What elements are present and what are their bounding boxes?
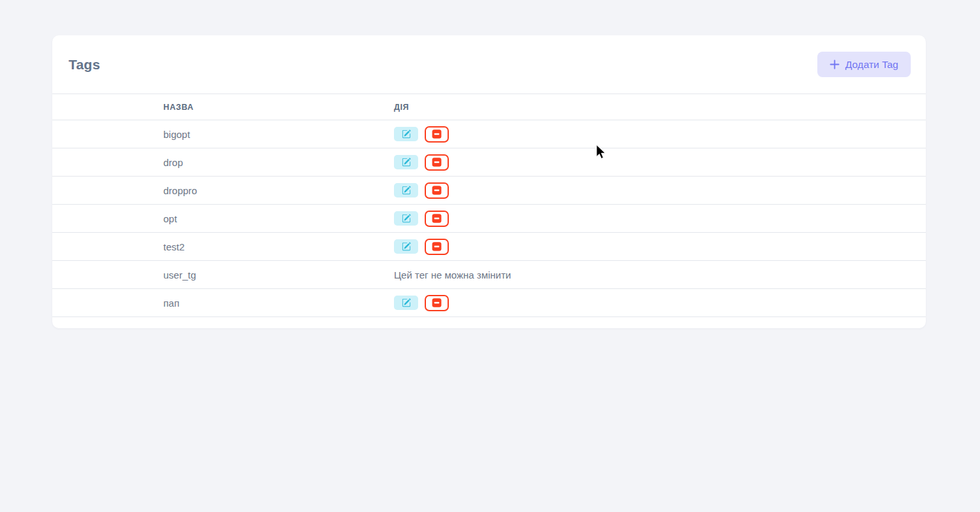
delete-tag-button[interactable] xyxy=(425,211,449,227)
pencil-square-icon xyxy=(402,129,411,139)
spacer-cell xyxy=(52,177,163,205)
table-row: test2 xyxy=(52,233,926,261)
minus-square-icon xyxy=(432,129,442,139)
spacer-cell xyxy=(52,261,163,289)
edit-tag-button[interactable] xyxy=(394,155,418,169)
minus-square-icon xyxy=(432,158,442,167)
pencil-square-icon xyxy=(402,186,411,195)
action-buttons xyxy=(394,126,449,143)
edit-tag-button[interactable] xyxy=(394,183,418,197)
tag-name: пап xyxy=(163,289,394,317)
tag-name: test2 xyxy=(163,233,394,261)
page-background: Tags Додати Tag НАЗВА ДІЯ xyxy=(0,0,980,512)
delete-tag-button[interactable] xyxy=(425,154,449,171)
action-note: Цей тег не можна змінити xyxy=(394,269,511,281)
tag-name: user_tg xyxy=(163,261,394,289)
page-title: Tags xyxy=(69,57,100,73)
table-row: user_tg Цей тег не можна змінити xyxy=(52,261,926,289)
spacer-cell xyxy=(52,289,163,317)
action-cell xyxy=(394,120,926,148)
minus-square-icon xyxy=(432,242,442,251)
tags-card: Tags Додати Tag НАЗВА ДІЯ xyxy=(52,35,926,328)
delete-tag-button[interactable] xyxy=(425,182,449,199)
table-row: droppro xyxy=(52,177,926,205)
column-header-name: НАЗВА xyxy=(163,94,394,120)
tags-table-body: bigopt d xyxy=(52,120,926,317)
spacer-cell xyxy=(52,233,163,261)
action-buttons xyxy=(394,154,449,171)
edit-tag-button[interactable] xyxy=(394,127,418,141)
plus-icon xyxy=(830,60,840,69)
edit-tag-button[interactable] xyxy=(394,239,418,254)
action-cell xyxy=(394,233,926,261)
tag-name: bigopt xyxy=(163,120,394,148)
minus-square-icon xyxy=(432,214,442,223)
minus-square-icon xyxy=(432,298,442,307)
action-cell: Цей тег не можна змінити xyxy=(394,261,926,289)
pencil-square-icon xyxy=(402,214,411,223)
spacer-cell xyxy=(52,120,163,148)
action-cell xyxy=(394,177,926,205)
action-buttons xyxy=(394,211,449,227)
delete-tag-button[interactable] xyxy=(425,126,449,143)
action-cell xyxy=(394,148,926,177)
tag-name: drop xyxy=(163,148,394,177)
edit-tag-button[interactable] xyxy=(394,211,418,226)
pencil-square-icon xyxy=(402,242,411,251)
add-tag-button-label: Додати Tag xyxy=(845,59,898,71)
table-row: пап xyxy=(52,289,926,317)
action-buttons xyxy=(394,239,449,255)
pencil-square-icon xyxy=(402,298,411,307)
column-header-action: ДІЯ xyxy=(394,94,926,120)
spacer-column-header xyxy=(52,94,163,120)
spacer-cell xyxy=(52,205,163,233)
table-row: opt xyxy=(52,205,926,233)
table-header-row: НАЗВА ДІЯ xyxy=(52,94,926,120)
pencil-square-icon xyxy=(402,158,411,167)
add-tag-button[interactable]: Додати Tag xyxy=(817,52,911,77)
table-row: bigopt xyxy=(52,120,926,148)
action-cell xyxy=(394,289,926,317)
tag-name: droppro xyxy=(163,177,394,205)
table-row: drop xyxy=(52,148,926,177)
action-buttons xyxy=(394,182,449,199)
minus-square-icon xyxy=(432,186,442,195)
edit-tag-button[interactable] xyxy=(394,296,418,310)
delete-tag-button[interactable] xyxy=(425,239,449,255)
tags-table: НАЗВА ДІЯ bigopt xyxy=(52,94,926,317)
tag-name: opt xyxy=(163,205,394,233)
card-header: Tags Додати Tag xyxy=(52,35,926,94)
action-cell xyxy=(394,205,926,233)
delete-tag-button[interactable] xyxy=(425,295,449,311)
spacer-cell xyxy=(52,148,163,177)
action-buttons xyxy=(394,295,449,311)
